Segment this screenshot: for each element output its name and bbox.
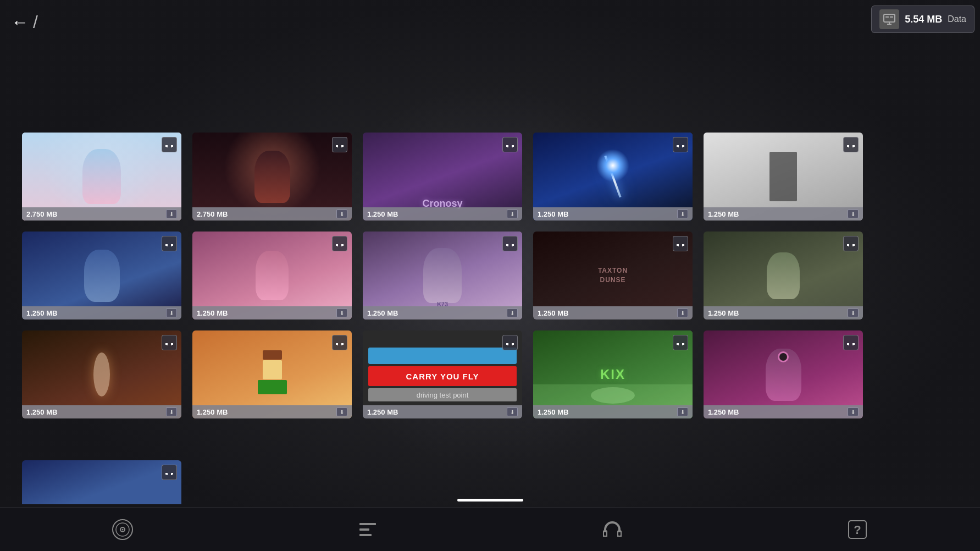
size-text-7: 1.250 MB [197, 309, 228, 317]
size-text-5: 1.250 MB [708, 210, 739, 218]
download-icon-3: ⬇ [507, 210, 518, 218]
song-card-14[interactable]: KIX 1.250 MB ⬇ [533, 330, 693, 418]
size-text-14: 1.250 MB [538, 408, 568, 416]
nav-item-help[interactable]: ? [834, 513, 881, 546]
song-card-7[interactable]: 1.250 MB ⬇ [192, 232, 352, 319]
song-card-9[interactable]: TAXTONDUNSE 1.250 MB ⬇ [533, 232, 693, 319]
headphone-icon-13 [502, 335, 518, 350]
song-card-10[interactable]: 1.250 MB ⬇ [704, 232, 863, 319]
size-text-12: 1.250 MB [197, 408, 228, 416]
bottom-navigation: ? [0, 507, 980, 551]
size-badge-11: 1.250 MB ⬇ [22, 405, 181, 418]
grid-row-3: 1.250 MB ⬇ 1.250 MB ⬇ [22, 330, 958, 418]
size-badge-7: 1.250 MB ⬇ [192, 306, 352, 319]
headphone-icon-14 [673, 335, 688, 350]
size-badge-1: 2.750 MB ⬇ [22, 207, 181, 221]
song-card-8[interactable]: K73 1.250 MB ⬇ [363, 232, 522, 319]
size-badge-8: 1.250 MB ⬇ [363, 306, 522, 319]
song-card-15[interactable]: 1.250 MB ⬇ [704, 330, 863, 418]
song-card-carry-you-fly[interactable]: CARRY YOU FLY driving test point 1.250 M… [363, 330, 522, 418]
song-card-5[interactable]: 1.250 MB ⬇ [704, 133, 863, 221]
download-icon-6: ⬇ [166, 308, 177, 317]
headphone-icon-2 [332, 137, 347, 152]
size-text-10: 1.250 MB [708, 309, 739, 317]
svg-rect-10 [359, 528, 369, 531]
song-card-3[interactable]: Cronosy 1.250 MB ⬇ [363, 133, 522, 221]
size-text-13: 1.250 MB [367, 408, 398, 416]
download-icon-13: ⬇ [507, 407, 518, 416]
size-badge-4: 1.250 MB ⬇ [533, 207, 693, 221]
song-card-12[interactable]: 1.250 MB ⬇ [192, 330, 352, 418]
svg-point-8 [121, 528, 123, 530]
headphone-icon-partial-1 [162, 465, 177, 480]
size-text-2: 2.750 MB [197, 210, 228, 218]
size-text-9: 1.250 MB [538, 309, 568, 317]
disc-icon [110, 517, 135, 542]
song-card-4[interactable]: 1.250 MB ⬇ [533, 133, 693, 221]
nav-item-disc[interactable] [99, 513, 146, 546]
download-icon-2: ⬇ [336, 210, 347, 218]
size-text-11: 1.250 MB [26, 408, 57, 416]
nav-item-headphone[interactable] [589, 513, 635, 546]
headphone-icon-10 [843, 236, 859, 251]
size-text-6: 1.250 MB [26, 309, 57, 317]
download-icon-1: ⬇ [166, 210, 177, 218]
size-text-8: 1.250 MB [367, 309, 398, 317]
back-button[interactable]: ← [11, 12, 33, 32]
svg-rect-11 [359, 534, 372, 536]
size-badge-3: 1.250 MB ⬇ [363, 207, 522, 221]
help-icon: ? [845, 517, 870, 542]
size-badge-12: 1.250 MB ⬇ [192, 405, 352, 418]
svg-rect-2 [890, 16, 893, 18]
header: ← / [0, 0, 980, 44]
nav-item-layout[interactable] [345, 513, 391, 546]
song-grid: 2.750 MB ⬇ 2.750 MB ⬇ Cronosy [0, 44, 980, 507]
size-badge-15: 1.250 MB ⬇ [704, 405, 863, 418]
size-badge-2: 2.750 MB ⬇ [192, 207, 352, 221]
download-icon-12: ⬇ [336, 407, 347, 416]
svg-text:?: ? [854, 523, 861, 537]
download-icon-9: ⬇ [677, 308, 688, 317]
download-icon-8: ⬇ [507, 308, 518, 317]
grid-row-2: 1.250 MB ⬇ 1.250 MB ⬇ K73 [22, 232, 958, 319]
partial-card-row [22, 460, 181, 504]
size-badge-6: 1.250 MB ⬇ [22, 306, 181, 319]
song-card-1[interactable]: 2.750 MB ⬇ [22, 133, 181, 221]
song-card-2[interactable]: 2.750 MB ⬇ [192, 133, 352, 221]
carry-title: CARRY YOU FLY [406, 372, 479, 381]
path-divider: / [33, 12, 38, 32]
layout-icon [356, 517, 380, 542]
headphone-icon-12 [332, 335, 347, 350]
download-icon-4: ⬇ [677, 210, 688, 218]
headphone-nav-icon [600, 517, 624, 542]
headphone-icon-4 [673, 137, 688, 152]
size-badge-9: 1.250 MB ⬇ [533, 306, 693, 319]
back-arrow-icon: ← [11, 12, 29, 32]
headphone-icon-6 [162, 236, 177, 251]
grid-row-1: 2.750 MB ⬇ 2.750 MB ⬇ Cronosy [22, 133, 958, 221]
headphone-icon-15 [843, 335, 859, 350]
carry-blue-bar [368, 348, 517, 364]
svg-rect-9 [359, 523, 376, 525]
data-info-panel: 5.54 MB Data [871, 5, 975, 33]
data-size-label: 5.54 MB [905, 14, 942, 25]
partial-card-1[interactable] [22, 460, 181, 504]
headphone-icon-9 [673, 236, 688, 251]
song-card-6[interactable]: 1.250 MB ⬇ [22, 232, 181, 319]
size-text-4: 1.250 MB [538, 210, 568, 218]
carry-subtitle-bar: driving test point [368, 388, 517, 401]
download-icon-15: ⬇ [848, 407, 859, 416]
size-text-1: 2.750 MB [26, 210, 57, 218]
headphone-icon-3 [502, 137, 518, 152]
carry-red-bar: CARRY YOU FLY [368, 366, 517, 386]
download-icon-14: ⬇ [677, 407, 688, 416]
download-icon-5: ⬇ [848, 210, 859, 218]
size-badge-14: 1.250 MB ⬇ [533, 405, 693, 418]
size-badge-5: 1.250 MB ⬇ [704, 207, 863, 221]
size-text-15: 1.250 MB [708, 408, 739, 416]
carry-subtitle: driving test point [417, 391, 469, 399]
scroll-indicator [457, 499, 523, 502]
song-card-11[interactable]: 1.250 MB ⬇ [22, 330, 181, 418]
size-badge-10: 1.250 MB ⬇ [704, 306, 863, 319]
download-icon-10: ⬇ [848, 308, 859, 317]
